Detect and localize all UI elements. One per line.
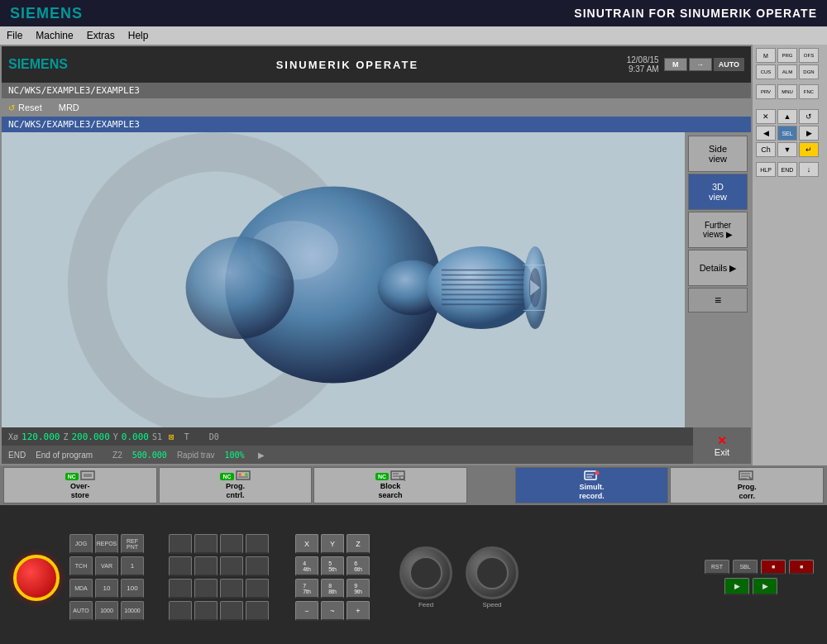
axis-y[interactable]: Y <box>321 534 344 554</box>
dial-feedrate[interactable] <box>399 546 452 599</box>
num-key-blank5[interactable] <box>169 556 192 576</box>
br-btn-start1[interactable]: ▶ <box>724 578 749 595</box>
num-key-blank3[interactable] <box>220 534 243 554</box>
svg-point-33 <box>595 471 599 475</box>
emergency-stop[interactable] <box>13 555 60 601</box>
key-10[interactable]: 10 <box>95 579 118 599</box>
menu-help[interactable]: Help <box>128 30 149 41</box>
menu-file[interactable]: File <box>7 30 22 41</box>
mode-btn-auto[interactable]: AUTO <box>714 58 744 71</box>
softkey-prog-cntrl[interactable]: NC Prog.cntrl. <box>159 467 313 503</box>
mini-btn-preview[interactable]: PRV <box>756 84 776 99</box>
mini-btn-machine[interactable]: M <box>756 48 776 63</box>
mini-btn-diag[interactable]: DGN <box>799 64 819 79</box>
exit-button[interactable]: ✕ Exit <box>693 427 751 464</box>
key-jog[interactable]: JOG <box>69 534 93 554</box>
nav-input[interactable]: ↵ <box>799 142 819 157</box>
key-refpoint[interactable]: REFPNT <box>121 534 144 554</box>
num-key-blank16[interactable] <box>246 601 269 621</box>
axis-x[interactable]: X <box>295 534 318 554</box>
br-btn-single-block[interactable]: SBL <box>733 560 758 575</box>
menu-extras[interactable]: Extras <box>87 30 115 41</box>
nav-left[interactable]: ◀ <box>756 126 776 141</box>
num-key-blank13[interactable] <box>169 601 192 621</box>
mini-btn-alarm[interactable]: ALM <box>777 64 797 79</box>
details-btn[interactable]: Details ▶ <box>688 250 748 286</box>
mode-btn-m[interactable]: M <box>664 58 687 71</box>
svg-point-25 <box>245 474 247 476</box>
axis-4[interactable]: 44th <box>295 556 318 576</box>
num-key-blank7[interactable] <box>220 556 243 576</box>
dial-group: Feed Speed <box>399 546 519 608</box>
key-teachin[interactable]: TCH <box>69 556 93 576</box>
num-key-blank9[interactable] <box>169 579 192 599</box>
axis-z[interactable]: Z <box>347 534 370 554</box>
axis-8[interactable]: 88th <box>321 579 344 599</box>
softkey-simult-record[interactable]: Simult.record. <box>515 467 669 503</box>
mini-btn-menu[interactable]: MNU <box>777 84 797 99</box>
key-100[interactable]: 100 <box>121 579 144 599</box>
num-key-blank12[interactable] <box>246 579 269 599</box>
softkey-overstore[interactable]: NC Over-store <box>3 467 157 503</box>
num-key-blank10[interactable] <box>194 579 218 599</box>
side-view-btn[interactable]: Side view <box>688 136 748 172</box>
cnc-logo: SIEMENS <box>8 57 68 72</box>
num-key-blank14[interactable] <box>194 601 218 621</box>
menu-machine[interactable]: Machine <box>36 30 73 41</box>
mini-btn-program[interactable]: PRG <box>777 48 797 63</box>
3d-view-btn[interactable]: 3D view <box>688 174 748 210</box>
keyboard-panel: JOG REPOS REFPNT TCH VAR 1 MDA 10 100 AU… <box>0 505 827 644</box>
cnc-mode-buttons: M → AUTO <box>664 58 744 71</box>
left-key-group: JOG REPOS REFPNT TCH VAR 1 MDA 10 100 AU… <box>69 534 144 621</box>
nav-channel[interactable]: Ch <box>756 142 776 157</box>
nav-down[interactable]: ▼ <box>777 142 797 157</box>
dial-inner-2 <box>476 556 509 589</box>
nav-help[interactable]: HLP <box>756 162 776 177</box>
key-mda[interactable]: MDA <box>69 579 93 599</box>
key-repos[interactable]: REPOS <box>95 534 118 554</box>
num-key-blank15[interactable] <box>220 601 243 621</box>
nav-cancel[interactable]: ✕ <box>756 109 776 124</box>
key-var[interactable]: VAR <box>95 556 118 576</box>
status-reset: Reset <box>18 103 42 112</box>
nav-right[interactable]: ▶ <box>799 126 819 141</box>
nav-select[interactable]: SEL <box>777 126 797 141</box>
more-btn[interactable]: ≡ <box>688 288 748 312</box>
num-key-blank2[interactable] <box>194 534 218 554</box>
axis-6[interactable]: 66th <box>347 556 370 576</box>
dial-spindle[interactable] <box>466 546 519 599</box>
axis-minus[interactable]: − <box>295 601 318 621</box>
mini-btn-function[interactable]: FNC <box>799 84 819 99</box>
br-btn-reset[interactable]: RST <box>705 560 729 575</box>
br-btn-stop2[interactable]: ■ <box>789 560 814 575</box>
num-key-blank1[interactable] <box>169 534 192 554</box>
nav-pgdown[interactable]: ↓ <box>799 162 819 177</box>
mini-btn-offset[interactable]: OFS <box>799 48 819 63</box>
further-views-btn[interactable]: Further views ▶ <box>688 212 748 248</box>
br-btn-stop[interactable]: ■ <box>761 560 786 575</box>
key-10000[interactable]: 10000 <box>121 601 144 621</box>
nav-reset[interactable]: ↺ <box>799 109 819 124</box>
softkey-nc-icon-1: NC <box>65 473 79 480</box>
nav-up[interactable]: ▲ <box>777 109 797 124</box>
block-search-icon <box>390 470 405 482</box>
key-auto[interactable]: AUTO <box>69 601 93 621</box>
axis-7[interactable]: 77th <box>295 579 318 599</box>
axis-plus[interactable]: + <box>347 601 370 621</box>
bottom-right-group: RST SBL ■ ■ ▶ ▶ <box>705 560 814 595</box>
num-key-blank4[interactable] <box>246 534 269 554</box>
axis-9[interactable]: 99th <box>347 579 370 599</box>
num-key-blank11[interactable] <box>220 579 243 599</box>
axis-wave[interactable]: ~ <box>321 601 344 621</box>
mini-btn-custom[interactable]: CUS <box>756 64 776 79</box>
key-1000[interactable]: 1000 <box>95 601 118 621</box>
num-key-blank8[interactable] <box>246 556 269 576</box>
softkey-prog-corr[interactable]: Prog.corr. <box>670 467 824 503</box>
key-1[interactable]: 1 <box>121 556 144 576</box>
axis-5[interactable]: 55th <box>321 556 344 576</box>
softkey-block-search[interactable]: NC Blocksearch <box>313 467 467 503</box>
mode-btn-arrow[interactable]: → <box>689 58 712 71</box>
nav-end[interactable]: END <box>777 162 797 177</box>
br-btn-start2[interactable]: ▶ <box>753 578 777 595</box>
num-key-blank6[interactable] <box>194 556 218 576</box>
